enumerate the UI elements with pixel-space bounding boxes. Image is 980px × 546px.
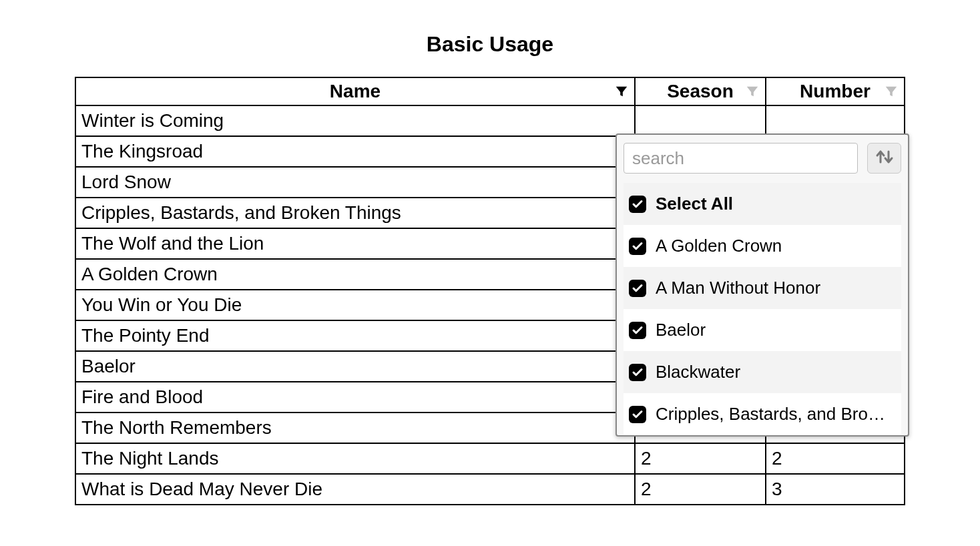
filter-option[interactable]: Baelor <box>624 309 901 351</box>
table-cell-number: 2 <box>766 443 905 474</box>
table-cell-name: Fire and Blood <box>75 382 635 413</box>
table-cell-name: You Win or You Die <box>75 290 635 320</box>
table-header-row: Name Season Number <box>75 77 905 105</box>
table-row: What is Dead May Never Die23 <box>75 474 905 505</box>
filter-option-label: Cripples, Bastards, and Bro… <box>656 404 885 425</box>
table-row: Winter is Coming <box>75 105 905 136</box>
filter-select-all[interactable]: Select All <box>624 183 901 225</box>
column-header-season[interactable]: Season <box>635 77 766 105</box>
table-cell-number: 3 <box>766 474 905 505</box>
checkbox-checked-icon <box>629 406 646 423</box>
filter-icon[interactable] <box>745 84 760 99</box>
filter-option-label: Baelor <box>656 320 706 340</box>
sort-toggle-button[interactable] <box>867 143 901 174</box>
table-row: The Night Lands22 <box>75 443 905 474</box>
checkbox-checked-icon <box>629 364 646 381</box>
filter-popup: Select All A Golden CrownA Man Without H… <box>616 133 909 437</box>
table-cell-number <box>766 105 905 136</box>
table-cell-name: The North Remembers <box>75 413 635 443</box>
filter-option[interactable]: Blackwater <box>624 351 901 393</box>
table-cell-name: The Pointy End <box>75 320 635 351</box>
table-cell-name: The Wolf and the Lion <box>75 228 635 259</box>
checkbox-checked-icon <box>629 238 646 255</box>
checkbox-checked-icon <box>629 196 646 213</box>
filter-option[interactable]: Cripples, Bastards, and Bro… <box>624 393 901 435</box>
table-cell-name: A Golden Crown <box>75 259 635 290</box>
filter-select-all-label: Select All <box>656 194 733 214</box>
filter-option-label: Blackwater <box>656 362 740 382</box>
table-cell-name: What is Dead May Never Die <box>75 474 635 505</box>
filter-icon[interactable] <box>884 84 899 99</box>
table-cell-name: Baelor <box>75 351 635 382</box>
checkbox-checked-icon <box>629 322 646 339</box>
checkbox-checked-icon <box>629 280 646 297</box>
table-cell-name: Lord Snow <box>75 167 635 198</box>
filter-option-label: A Man Without Honor <box>656 278 820 298</box>
sort-icon <box>874 148 895 169</box>
table-cell-name: The Kingsroad <box>75 136 635 167</box>
table-cell-season: 2 <box>635 443 766 474</box>
column-header-label: Season <box>641 81 760 102</box>
column-header-label: Number <box>772 81 899 102</box>
filter-icon[interactable] <box>614 84 629 99</box>
table-cell-season: 2 <box>635 474 766 505</box>
table-cell-season <box>635 105 766 136</box>
page-title: Basic Usage <box>0 32 980 57</box>
table-cell-name: Cripples, Bastards, and Broken Things <box>75 198 635 228</box>
column-header-label: Name <box>81 81 629 102</box>
table-cell-name: The Night Lands <box>75 443 635 474</box>
column-header-number[interactable]: Number <box>766 77 905 105</box>
filter-option[interactable]: A Golden Crown <box>624 225 901 267</box>
filter-option[interactable]: A Man Without Honor <box>624 267 901 309</box>
filter-search-input[interactable] <box>624 143 858 174</box>
table-cell-name: Winter is Coming <box>75 105 635 136</box>
column-header-name[interactable]: Name <box>75 77 635 105</box>
filter-option-label: A Golden Crown <box>656 236 782 256</box>
